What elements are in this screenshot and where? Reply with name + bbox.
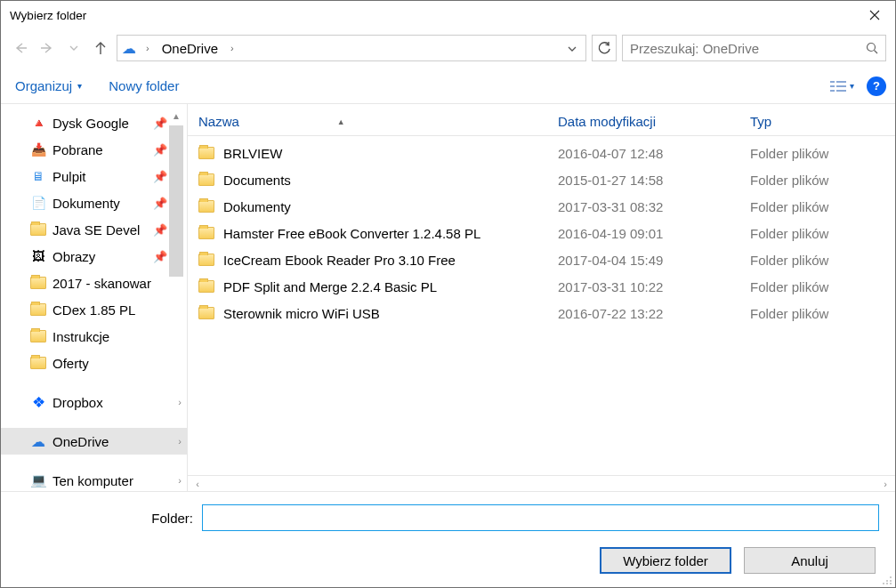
toolbar: Organizuj ▾ Nowy folder ▾ ?: [1, 68, 895, 104]
search-box[interactable]: [622, 35, 886, 61]
tree-item[interactable]: 2017 - skanowar: [1, 270, 187, 296]
scroll-right-button[interactable]: ›: [877, 478, 893, 490]
row-name: BRLVIEW: [223, 146, 282, 161]
close-button[interactable]: [854, 1, 895, 29]
list-row[interactable]: BRLVIEW2016-04-07 12:48Folder plików: [188, 140, 895, 166]
row-name: Sterownik micro WiFi USB: [223, 306, 380, 321]
tree-item[interactable]: 📥Pobrane📌: [1, 136, 187, 163]
folder-icon: [30, 330, 46, 342]
folder-label: Folder:: [17, 511, 193, 526]
tree-item-label: Dropbox: [52, 395, 103, 410]
column-header-name[interactable]: Nazwa ▲: [188, 114, 558, 129]
pin-icon: 📌: [153, 223, 167, 237]
list-row[interactable]: IceCream Ebook Reader Pro 3.10 Free2017-…: [188, 246, 895, 273]
list-pane: Nazwa ▲ Data modyfikacji Typ BRLVIEW2016…: [188, 104, 895, 491]
choose-folder-button[interactable]: Wybierz folder: [600, 547, 731, 574]
tree-item-label: Java SE Devel: [52, 222, 140, 238]
button-row: Wybierz folder Anuluj: [17, 547, 879, 574]
svg-point-0: [868, 44, 876, 52]
svg-rect-6: [836, 90, 846, 92]
folder-row: Folder:: [17, 504, 879, 531]
svg-rect-2: [836, 81, 846, 83]
tree-item-label: Ten komputer: [52, 473, 133, 488]
breadcrumb-history-button[interactable]: [562, 41, 582, 55]
folder-input[interactable]: [202, 504, 879, 531]
navigation-row: ☁ › OneDrive ›: [1, 29, 895, 67]
tree-item[interactable]: Instrukcje: [1, 323, 187, 350]
breadcrumb-separator: ›: [225, 43, 239, 53]
tree-item[interactable]: Java SE Devel📌: [1, 216, 187, 243]
chevron-right-icon: ›: [178, 475, 182, 486]
breadcrumb-item[interactable]: OneDrive: [158, 41, 222, 56]
view-mode-button[interactable]: ▾: [830, 80, 854, 93]
svg-point-10: [890, 583, 892, 584]
list-rows: BRLVIEW2016-04-07 12:48Folder plikówDocu…: [188, 136, 895, 475]
search-input[interactable]: [628, 40, 864, 57]
h-scrollbar[interactable]: ‹ ›: [188, 475, 895, 491]
nav-back-button[interactable]: [10, 37, 31, 59]
search-icon: [864, 42, 880, 54]
dropbox-icon: ❖: [32, 393, 45, 412]
column-header-type[interactable]: Typ: [750, 114, 895, 129]
chevron-down-icon: [568, 45, 577, 52]
list-row[interactable]: PDF Split and Merge 2.2.4 Basic PL2017-0…: [188, 273, 895, 300]
resize-grip[interactable]: [882, 574, 892, 584]
pc-icon: 💻: [30, 472, 47, 488]
nav-up-button[interactable]: [90, 37, 111, 59]
nav-recent-button[interactable]: [63, 37, 85, 59]
google-drive-icon: 🔺: [31, 116, 46, 130]
refresh-icon: [598, 42, 611, 55]
tree-item[interactable]: 💻Ten komputer›: [1, 467, 187, 491]
folder-icon: [198, 280, 214, 293]
pin-icon: 📌: [153, 250, 167, 263]
refresh-button[interactable]: [592, 35, 617, 61]
breadcrumb-separator: ›: [141, 43, 155, 53]
pin-icon: 📌: [153, 143, 167, 157]
list-row[interactable]: Dokumenty2017-03-31 08:32Folder plików: [188, 193, 895, 220]
tree-item[interactable]: ❖Dropbox›: [1, 389, 187, 415]
tree-item-label: Oferty: [52, 356, 89, 371]
tree-item[interactable]: ☁OneDrive›: [1, 428, 187, 455]
row-type: Folder plików: [750, 226, 895, 241]
tree-item[interactable]: Oferty: [1, 350, 187, 376]
row-type: Folder plików: [750, 253, 895, 268]
tree-item-label: Pobrane: [52, 142, 103, 157]
footer: Folder: Wybierz folder Anuluj: [1, 491, 895, 587]
tree-item[interactable]: 📄Dokumenty📌: [1, 189, 187, 216]
pin-icon: 📌: [153, 197, 167, 210]
organize-button[interactable]: Organizuj ▾: [10, 75, 87, 97]
column-header-date[interactable]: Data modyfikacji: [558, 114, 750, 129]
row-date: 2016-07-22 13:22: [558, 306, 750, 321]
arrow-right-icon: [40, 42, 54, 54]
nav-forward-button[interactable]: [36, 37, 58, 59]
row-name: Documents: [223, 173, 291, 188]
row-date: 2016-04-19 09:01: [558, 226, 750, 241]
new-folder-button[interactable]: Nowy folder: [103, 75, 184, 97]
help-icon: ?: [873, 79, 880, 93]
tree-item[interactable]: CDex 1.85 PL: [1, 296, 187, 323]
row-date: 2017-04-04 15:49: [558, 253, 750, 268]
list-row[interactable]: Hamster Free eBook Converter 1.2.4.58 PL…: [188, 220, 895, 246]
downloads-icon: 📥: [31, 142, 46, 157]
tree-pane: ▲ 🔺Dysk Google📌📥Pobrane📌🖥Pulpit📌📄Dokumen…: [1, 104, 188, 491]
row-date: 2017-03-31 08:32: [558, 199, 750, 214]
breadcrumb[interactable]: ☁ › OneDrive ›: [117, 35, 586, 61]
row-name: IceCream Ebook Reader Pro 3.10 Free: [223, 253, 456, 268]
chevron-right-icon: ›: [178, 436, 182, 447]
tree-item[interactable]: 🔺Dysk Google📌: [1, 109, 187, 136]
scroll-left-button[interactable]: ‹: [190, 478, 206, 490]
arrow-up-icon: [94, 41, 107, 55]
documents-icon: 📄: [31, 196, 46, 210]
list-row[interactable]: Documents2015-01-27 14:58Folder plików: [188, 166, 895, 193]
folder-icon: [198, 254, 214, 266]
tree-item-label: Pulpit: [52, 169, 86, 184]
pin-icon: 📌: [153, 117, 167, 130]
chevron-down-icon: ▾: [77, 81, 82, 91]
help-button[interactable]: ?: [867, 77, 886, 96]
list-row[interactable]: Sterownik micro WiFi USB2016-07-22 13:22…: [188, 300, 895, 326]
tree-item[interactable]: 🖼Obrazy📌: [1, 243, 187, 270]
tree-item[interactable]: 🖥Pulpit📌: [1, 163, 187, 189]
cancel-button[interactable]: Anuluj: [744, 547, 876, 574]
svg-point-9: [886, 580, 888, 582]
folder-icon: [198, 147, 214, 159]
